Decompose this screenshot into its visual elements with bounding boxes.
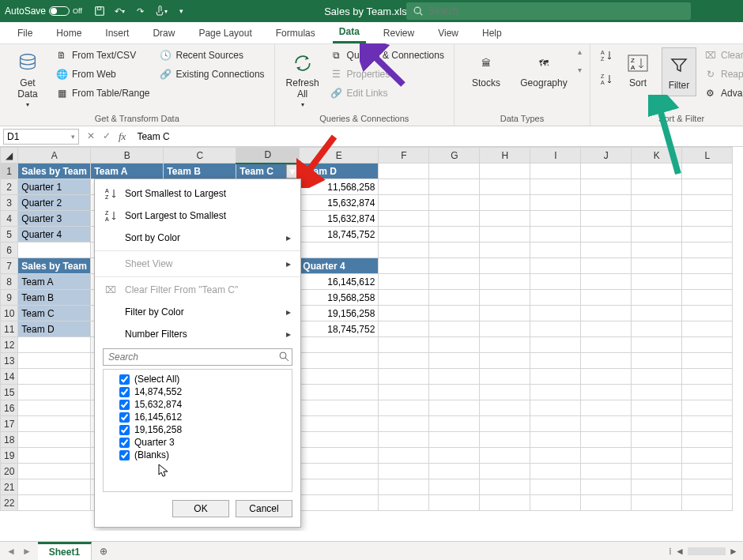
cell-E7[interactable]: Quarter 4 — [300, 258, 379, 274]
toggle-off-icon[interactable] — [49, 6, 70, 16]
undo-icon[interactable]: ↶ ▾ — [114, 5, 126, 17]
col-G[interactable]: G — [429, 148, 480, 163]
fx-icon[interactable]: fx — [119, 130, 126, 143]
filter-item-blanks[interactable]: (Blanks) — [108, 449, 287, 461]
touch-mode-icon[interactable]: ▾ — [155, 5, 168, 17]
add-sheet-button[interactable]: ⊕ — [92, 542, 115, 560]
tab-help[interactable]: Help — [476, 24, 508, 43]
cell-E10[interactable]: 19,156,258 — [300, 306, 379, 321]
row-15[interactable]: 15 — [1, 385, 18, 400]
filter-item-2[interactable]: 15,632,874 — [108, 398, 287, 411]
cell-E4[interactable]: 15,632,874 — [300, 211, 379, 227]
filter-item-3[interactable]: 16,145,612 — [108, 411, 287, 423]
sort-ascending-item[interactable]: AZSort Smallest to Largest — [95, 182, 300, 205]
tab-file[interactable]: File — [11, 24, 39, 43]
stocks-button[interactable]: 🏛 Stocks — [462, 47, 510, 92]
tab-insert[interactable]: Insert — [99, 24, 135, 43]
ok-button[interactable]: OK — [172, 500, 229, 517]
select-all-corner[interactable]: ◢ — [1, 148, 18, 163]
filter-item-1[interactable]: 14,874,552 — [108, 385, 287, 398]
cell-A2[interactable]: Quarter 1 — [18, 179, 91, 195]
row-13[interactable]: 13 — [1, 353, 18, 369]
from-web-button[interactable]: 🌐From Web — [54, 66, 152, 82]
cell-A11[interactable]: Team D — [18, 321, 91, 337]
datatype-prev-icon[interactable]: ▴ — [578, 47, 582, 56]
spreadsheet-grid[interactable]: ◢ A B C D E F G H I J K L 1 Sales by Tea… — [0, 147, 743, 531]
row-5[interactable]: 5 — [1, 227, 18, 242]
sort-za-button[interactable]: ZA — [598, 71, 614, 87]
col-J[interactable]: J — [581, 148, 632, 163]
tab-draw[interactable]: Draw — [146, 24, 181, 43]
cancel-button[interactable]: Cancel — [236, 500, 292, 517]
cell-A8[interactable]: Team A — [18, 274, 91, 290]
cell-A3[interactable]: Quarter 2 — [18, 195, 91, 211]
filter-item-select-all[interactable]: (Select All) — [108, 373, 287, 385]
cell-E8[interactable]: 16,145,612 — [300, 274, 379, 290]
from-text-csv-button[interactable]: 🗎From Text/CSV — [54, 47, 152, 63]
row-4[interactable]: 4 — [1, 211, 18, 227]
horizontal-scrollbar[interactable]: ⁞◄► — [664, 542, 743, 560]
cell-D1[interactable]: Team C▾ — [236, 163, 300, 179]
row-9[interactable]: 9 — [1, 290, 18, 306]
row-6[interactable]: 6 — [1, 242, 18, 258]
sheet-tab-1[interactable]: Sheet1 — [38, 542, 92, 560]
filter-dropdown-icon[interactable]: ▾ — [286, 164, 299, 179]
filter-search-input[interactable] — [103, 348, 292, 366]
from-table-button[interactable]: ▦From Table/Range — [54, 85, 152, 101]
cell-E2[interactable]: 11,568,258 — [300, 179, 379, 195]
col-A[interactable]: A — [18, 148, 91, 163]
recent-sources-button[interactable]: 🕓Recent Sources — [158, 47, 266, 63]
row-1[interactable]: 1 — [1, 163, 18, 179]
row-20[interactable]: 20 — [1, 464, 18, 479]
name-box[interactable]: D1▾ — [3, 129, 79, 145]
search-box[interactable] — [406, 2, 691, 20]
cell-C1[interactable]: Team B — [164, 163, 236, 179]
row-22[interactable]: 22 — [1, 495, 18, 511]
row-3[interactable]: 3 — [1, 195, 18, 211]
row-14[interactable]: 14 — [1, 369, 18, 385]
enter-formula-icon[interactable]: ✓ — [103, 130, 111, 143]
sort-by-color-item[interactable]: Sort by Color▸ — [95, 227, 300, 249]
tab-data[interactable]: Data — [333, 22, 366, 43]
get-data-button[interactable]: Get Data▾ — [8, 47, 47, 111]
tab-page-layout[interactable]: Page Layout — [192, 24, 258, 43]
tab-formulas[interactable]: Formulas — [270, 24, 322, 43]
filter-by-color-item[interactable]: Filter by Color▸ — [95, 301, 300, 323]
tab-home[interactable]: Home — [50, 24, 88, 43]
cell-E9[interactable]: 19,568,258 — [300, 290, 379, 306]
queries-connections-button[interactable]: ⧉Queries & Connections — [329, 47, 446, 63]
row-16[interactable]: 16 — [1, 400, 18, 416]
col-I[interactable]: I — [530, 148, 581, 163]
row-19[interactable]: 19 — [1, 448, 18, 464]
cell-A5[interactable]: Quarter 4 — [18, 227, 91, 242]
qat-more-icon[interactable]: ▾ — [175, 5, 188, 17]
sheet-nav-next-icon[interactable]: ► — [22, 546, 32, 557]
sheet-nav-prev-icon[interactable]: ◄ — [6, 546, 16, 557]
sort-button[interactable]: ZA Sort — [620, 47, 655, 92]
tab-view[interactable]: View — [432, 24, 465, 43]
geography-button[interactable]: 🗺 Geography — [516, 47, 571, 92]
col-E[interactable]: E — [300, 148, 379, 163]
redo-icon[interactable]: ↷ — [134, 5, 147, 17]
tab-review[interactable]: Review — [377, 24, 421, 43]
row-18[interactable]: 18 — [1, 432, 18, 448]
cell-E11[interactable]: 18,745,752 — [300, 321, 379, 337]
search-input[interactable] — [428, 6, 547, 17]
sort-descending-item[interactable]: ZASort Largest to Smallest — [95, 205, 300, 227]
autosave-toggle[interactable]: AutoSave Off — [5, 6, 82, 17]
row-7[interactable]: 7 — [1, 258, 18, 274]
col-K[interactable]: K — [632, 148, 682, 163]
row-21[interactable]: 21 — [1, 479, 18, 495]
col-L[interactable]: L — [682, 148, 733, 163]
col-D[interactable]: D — [236, 148, 300, 163]
col-H[interactable]: H — [480, 148, 530, 163]
datatype-next-icon[interactable]: ▾ — [578, 66, 582, 74]
col-F[interactable]: F — [379, 148, 429, 163]
row-10[interactable]: 10 — [1, 306, 18, 321]
row-2[interactable]: 2 — [1, 179, 18, 195]
save-icon[interactable] — [93, 5, 106, 17]
filter-item-4[interactable]: 19,156,258 — [108, 423, 287, 436]
cell-A4[interactable]: Quarter 3 — [18, 211, 91, 227]
cell-A9[interactable]: Team B — [18, 290, 91, 306]
cell-A10[interactable]: Team C — [18, 306, 91, 321]
